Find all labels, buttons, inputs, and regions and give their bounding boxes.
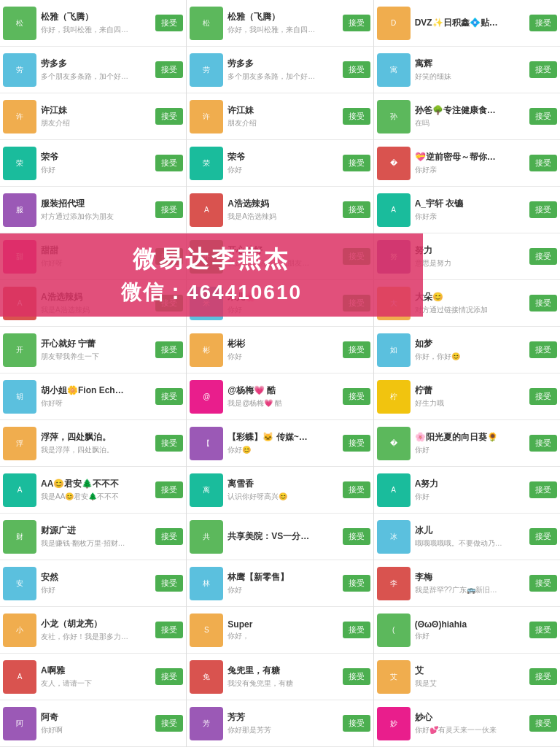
- accept-button[interactable]: 接受: [155, 668, 183, 685]
- user-desc: 对方通过链接情况添加: [415, 305, 502, 315]
- accept-button[interactable]: 接受: [343, 155, 370, 171]
- user-desc: 你好: [415, 631, 502, 641]
- avatar: 阿: [3, 707, 36, 740]
- accept-button[interactable]: 接受: [343, 622, 370, 638]
- accept-button[interactable]: 接受: [155, 575, 183, 592]
- accept-button[interactable]: 接受: [155, 481, 183, 498]
- accept-button[interactable]: 接受: [529, 248, 557, 265]
- user-card: AA努力你好接受: [374, 467, 560, 514]
- user-desc: 友人，请请一下: [41, 678, 128, 689]
- accept-button[interactable]: 接受: [529, 575, 557, 592]
- user-desc: 你好亲: [415, 212, 502, 222]
- user-info: 共享美院：VS一分钟去痕眼…: [228, 530, 341, 543]
- user-card: 劳劳多多多个朋友多条路，加个好友吧接受: [187, 47, 373, 93]
- user-card: 李李梅我是辞罕??广东🚌新旧日本返…接受: [374, 560, 560, 607]
- user-info: 荣爷你好: [41, 151, 154, 175]
- accept-button[interactable]: 接受: [529, 201, 557, 218]
- user-card: 彬彬彬你好接受: [187, 327, 373, 374]
- user-desc: 你好: [228, 585, 315, 595]
- user-info: 离雪香认识你好呀高兴😊: [228, 478, 341, 502]
- accept-button[interactable]: 接受: [343, 15, 370, 31]
- user-desc: 你好: [228, 352, 315, 362]
- accept-button[interactable]: 接受: [529, 528, 557, 545]
- accept-button[interactable]: 接受: [529, 61, 557, 78]
- user-info: 阿奇你好啊: [41, 711, 154, 735]
- user-desc: 意思是努力: [415, 258, 502, 268]
- user-info: A努力你好: [415, 478, 528, 502]
- accept-button[interactable]: 接受: [343, 108, 370, 125]
- user-card: 松松雅（飞腾）你好，我叫松雅，来自四川，怎么样接受: [187, 0, 373, 47]
- user-name: 柠蕾: [415, 384, 502, 397]
- user-card: 浮浮萍，四处飘泊。我是浮萍，四处飘泊。接受: [0, 420, 186, 467]
- avatar: 小: [3, 614, 36, 647]
- user-name: 艾: [415, 665, 502, 677]
- user-name: 阿奇: [41, 711, 128, 724]
- accept-button[interactable]: 接受: [343, 435, 370, 452]
- user-card: 【【彩蝶】🐱 传媒~纷飞你好😊接受: [187, 420, 373, 467]
- user-desc: 友社，你好！我是那多力同机…: [41, 632, 128, 642]
- user-desc: 我是浮萍，四处飘泊。: [41, 445, 128, 455]
- user-card: 冰冰儿哦哦哦哦哦。不要做动乃太大接受: [374, 514, 560, 560]
- accept-button[interactable]: 接受: [529, 715, 557, 732]
- accept-button[interactable]: 接受: [343, 201, 370, 218]
- user-name: 兔兜里，有糖: [228, 665, 315, 677]
- user-name: A努力: [415, 478, 502, 490]
- accept-button[interactable]: 接受: [529, 668, 557, 685]
- accept-button[interactable]: 接受: [343, 341, 370, 358]
- accept-button[interactable]: 接受: [529, 341, 557, 358]
- avatar: 妙: [377, 707, 411, 740]
- accept-button[interactable]: 接受: [529, 15, 557, 31]
- user-info: 胡小姐🌼Fion Echo Life你好呀: [41, 384, 154, 409]
- accept-button[interactable]: 接受: [155, 155, 183, 171]
- accept-button[interactable]: 接受: [529, 155, 557, 171]
- user-desc: 你好，: [228, 631, 315, 641]
- accept-button[interactable]: 接受: [155, 201, 183, 218]
- accept-button[interactable]: 接受: [529, 622, 557, 638]
- banner-line2: 微信：464410610: [15, 279, 408, 306]
- accept-button[interactable]: 接受: [343, 481, 370, 498]
- avatar: A: [3, 473, 36, 507]
- user-desc: 你好: [415, 492, 502, 502]
- accept-button[interactable]: 接受: [155, 15, 183, 31]
- user-name: 妙心: [415, 711, 502, 724]
- column-3: DDVZ✨日积鑫💠贴💎玉莱接受寓寓辉好笑的细妹接受孙孙爸🌳专注健康食品🔥🔥🔥在吗…: [374, 0, 560, 747]
- avatar: �: [377, 427, 411, 460]
- user-card: 艾艾我是艾接受: [374, 654, 560, 700]
- user-info: 服装招代理对方通过添加你为朋友: [41, 198, 154, 222]
- accept-button[interactable]: 接受: [343, 528, 370, 545]
- accept-button[interactable]: 接受: [155, 341, 183, 358]
- accept-button[interactable]: 接受: [343, 388, 370, 405]
- column-1: 松松雅（飞腾）你好，我叫松雅，来自四川，怎么样接受劳劳多多多个朋友多条路，加个好…: [0, 0, 186, 747]
- accept-button[interactable]: 接受: [529, 481, 557, 498]
- accept-button[interactable]: 接受: [343, 668, 370, 685]
- avatar: 胡: [3, 380, 36, 414]
- accept-button[interactable]: 接受: [529, 108, 557, 125]
- accept-button[interactable]: 接受: [155, 435, 183, 452]
- accept-button[interactable]: 接受: [529, 388, 557, 405]
- accept-button[interactable]: 接受: [155, 528, 183, 545]
- avatar: 如: [377, 333, 411, 367]
- accept-button[interactable]: 接受: [155, 108, 183, 125]
- avatar: 财: [3, 520, 36, 554]
- user-desc: 多个朋友多条路，加个好友吧: [228, 71, 315, 82]
- user-desc: 你好那是芳芳: [228, 725, 315, 735]
- avatar: A: [377, 193, 411, 227]
- accept-button[interactable]: 接受: [155, 388, 183, 405]
- accept-button[interactable]: 接受: [529, 435, 557, 452]
- accept-button[interactable]: 接受: [155, 61, 183, 78]
- accept-button[interactable]: 接受: [529, 295, 557, 311]
- accept-button[interactable]: 接受: [343, 575, 370, 592]
- accept-button[interactable]: 接受: [155, 715, 183, 732]
- accept-button[interactable]: 接受: [343, 715, 370, 732]
- user-info: 如梦你好，你好😊: [415, 338, 528, 362]
- user-name: 财源广进: [41, 525, 128, 537]
- accept-button[interactable]: 接受: [343, 61, 370, 78]
- user-name: 共享美院：VS一分钟去痕眼…: [228, 530, 315, 543]
- user-name: 小龙（胡龙亮）: [41, 618, 128, 630]
- user-name: 【彩蝶】🐱 传媒~纷飞: [228, 431, 315, 444]
- user-info: 大朵😊对方通过链接情况添加: [415, 291, 528, 315]
- accept-button[interactable]: 接受: [155, 622, 183, 638]
- avatar: 松: [3, 7, 36, 40]
- avatar: A: [3, 660, 36, 694]
- avatar: 李: [377, 567, 411, 600]
